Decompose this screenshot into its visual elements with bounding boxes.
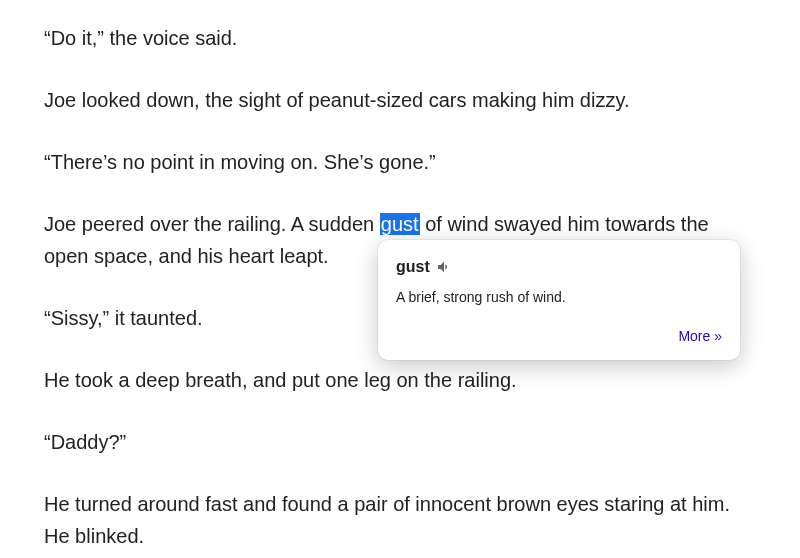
popup-more-row: More »	[396, 325, 722, 347]
speaker-icon[interactable]	[436, 259, 452, 275]
popup-definition: A brief, strong rush of wind.	[396, 288, 722, 308]
paragraph-2: Joe looked down, the sight of peanut-siz…	[44, 84, 756, 116]
paragraph-7: “Daddy?”	[44, 426, 756, 458]
paragraph-3: “There’s no point in moving on. She’s go…	[44, 146, 756, 178]
popup-header: gust	[396, 254, 722, 280]
paragraph-6: He took a deep breath, and put one leg o…	[44, 364, 756, 396]
more-link[interactable]: More »	[678, 328, 722, 344]
paragraph-4-pre: Joe peered over the railing. A sudden	[44, 213, 380, 235]
dictionary-popup: gust A brief, strong rush of wind. More …	[378, 240, 740, 360]
popup-word: gust	[396, 254, 430, 280]
paragraph-8: He turned around fast and found a pair o…	[44, 488, 756, 552]
story-page: “Do it,” the voice said. Joe looked down…	[0, 0, 800, 552]
highlighted-word[interactable]: gust	[380, 213, 420, 235]
paragraph-1: “Do it,” the voice said.	[44, 22, 756, 54]
